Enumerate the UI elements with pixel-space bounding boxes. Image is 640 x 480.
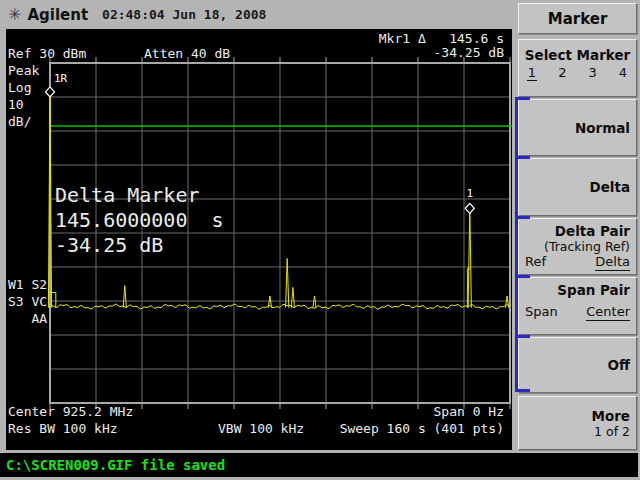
normal-label: Normal [519, 120, 636, 136]
status-bar: C:\SCREN009.GIF file saved [0, 453, 638, 477]
bracket-stub [515, 389, 530, 392]
softkey-off[interactable]: Off [518, 337, 637, 393]
marker-number-4[interactable]: 4 [618, 65, 628, 81]
analyzer-screen: ✳ Agilent 02:48:04 Jun 18, 2008 1R1 Mkr1… [0, 0, 640, 480]
bracket-stub [515, 216, 530, 219]
delta-label: Delta [519, 179, 636, 195]
header-bar: ✳ Agilent 02:48:04 Jun 18, 2008 [0, 0, 512, 29]
agilent-logo-icon: ✳ [8, 7, 21, 23]
more-label: More [519, 408, 636, 424]
center-frequency-label: Center 925.2 MHz [8, 404, 133, 419]
delta-marker-title: Delta Marker [55, 183, 200, 207]
marker-number-1[interactable]: 1 [527, 65, 537, 81]
select-marker-label: Select Marker [519, 47, 636, 63]
menu-title-label: Marker [548, 10, 608, 28]
softkey-normal[interactable]: Normal [518, 99, 637, 156]
marker-readout-line1: Mkr1 Δ 145.6 s [379, 31, 504, 46]
more-page-indicator: 1 of 2 [519, 424, 636, 439]
delta-marker-block: Delta Marker 145.6000000 s -34.25 dB [55, 183, 224, 258]
svg-text:1: 1 [466, 187, 473, 200]
marker-number-3[interactable]: 3 [588, 65, 598, 81]
marker-number-row: 1 2 3 4 [519, 63, 636, 81]
delta-pair-label: Delta Pair [519, 223, 636, 239]
trace-status-annunciators: W1 S2 S3 VC AA [8, 276, 47, 327]
bracket-stub [515, 156, 530, 159]
delta-marker-amplitude: -34.25 dB [55, 233, 163, 257]
span-pair-label: Span Pair [519, 282, 636, 298]
delta-marker-value: 145.6000000 s [55, 208, 224, 232]
span-label: Span 0 Hz [434, 404, 504, 419]
delta-pair-ref-option[interactable]: Ref [525, 254, 546, 271]
header-timestamp: 02:48:04 Jun 18, 2008 [102, 7, 266, 22]
rbw-label: Res BW 100 kHz [8, 421, 118, 436]
svg-text:1R: 1R [54, 72, 68, 85]
attenuation-label: Atten 40 dB [144, 46, 230, 61]
span-pair-span-option[interactable]: Span [525, 304, 558, 321]
marker-number-2[interactable]: 2 [557, 65, 567, 81]
softkey-select-marker[interactable]: Select Marker 1 2 3 4 [518, 39, 637, 97]
amplitude-scale-labels: Peak Log 10 dB/ [8, 62, 39, 130]
ref-level-label: Ref 30 dBm [8, 46, 86, 61]
measurement-display: 1R1 Mkr1 Δ 145.6 s -34.25 dB Ref 30 dBm … [6, 29, 512, 450]
bracket-stub [515, 97, 530, 100]
marker-readout-line2: -34.25 dB [434, 45, 504, 60]
softkey-span-pair[interactable]: Span Pair Span Center [518, 277, 637, 335]
brand-name: Agilent [27, 6, 88, 24]
bracket-stub [515, 275, 530, 278]
softkey-more[interactable]: More 1 of 2 [518, 396, 637, 450]
delta-pair-delta-option[interactable]: Delta [595, 254, 630, 271]
off-label: Off [519, 357, 636, 373]
delta-pair-subtitle: (Tracking Ref) [519, 239, 636, 254]
status-message: C:\SCREN009.GIF file saved [6, 457, 225, 473]
softkey-panel: Marker Select Marker 1 2 3 4 Normal Delt… [512, 0, 640, 480]
span-pair-center-option[interactable]: Center [586, 304, 630, 321]
vbw-label: VBW 100 kHz [218, 421, 304, 436]
key-group-bracket [515, 99, 518, 392]
softkey-delta[interactable]: Delta [518, 158, 637, 216]
bracket-stub [515, 335, 530, 338]
sweep-label: Sweep 160 s (401 pts) [340, 421, 504, 436]
softkey-delta-pair[interactable]: Delta Pair (Tracking Ref) Ref Delta [518, 218, 637, 275]
menu-title-marker: Marker [518, 3, 637, 34]
